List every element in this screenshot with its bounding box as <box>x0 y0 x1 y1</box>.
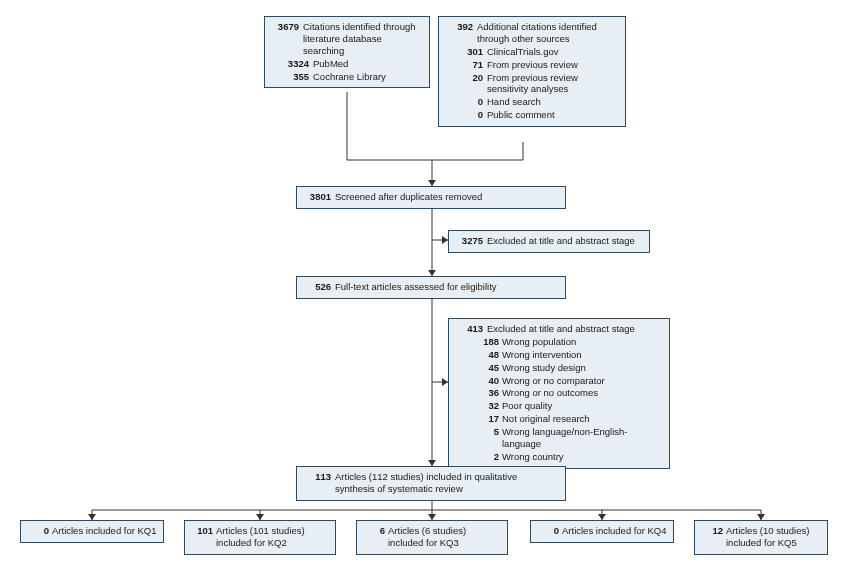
additional-label: Additional citations identified through … <box>477 21 619 45</box>
box-kq3: 6Articles (6 studies) included for KQ3 <box>356 520 508 555</box>
box-additional: 392Additional citations identified throu… <box>438 16 626 127</box>
box-kq1: 0Articles included for KQ1 <box>20 520 164 543</box>
box-screened: 3801Screened after duplicates removed <box>296 186 566 209</box>
box-identified: 3679Citations identified through literat… <box>264 16 430 88</box>
box-kq5: 12Articles (10 studies) included for KQ5 <box>694 520 828 555</box>
box-kq2: 101Articles (101 studies) included for K… <box>184 520 336 555</box>
box-kq4: 0Articles included for KQ4 <box>530 520 674 543</box>
box-fulltext-assessed: 526Full-text articles assessed for eligi… <box>296 276 566 299</box>
prisma-flow-diagram: 3679Citations identified through literat… <box>0 0 850 561</box>
box-included: 113Articles (112 studies) included in qu… <box>296 466 566 501</box>
identified-count: 3679 <box>271 21 303 57</box>
box-excluded-title-abstract: 3275Excluded at title and abstract stage <box>448 230 650 253</box>
additional-count: 392 <box>445 21 477 45</box>
box-excluded-fulltext: 413Excluded at title and abstract stage … <box>448 318 670 469</box>
identified-label: Citations identified through literature … <box>303 21 423 57</box>
